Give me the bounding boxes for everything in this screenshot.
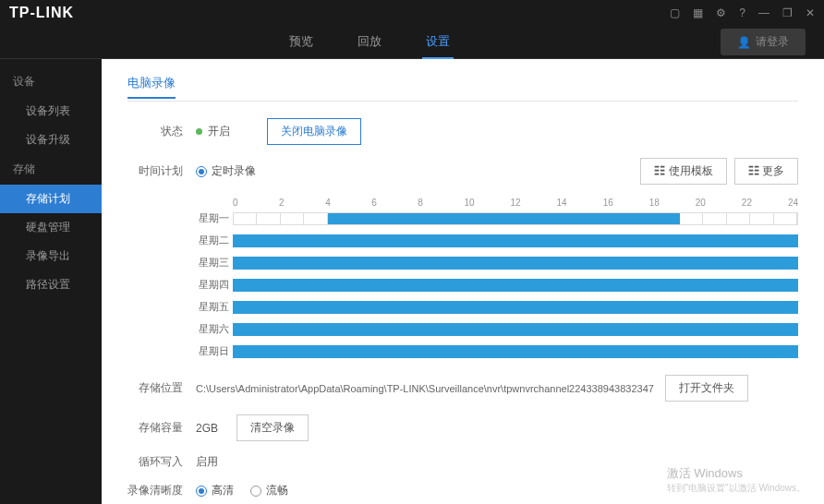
user-icon: 👤: [737, 36, 751, 49]
day-bar[interactable]: [233, 279, 798, 292]
storage-capacity-value: 2GB: [196, 422, 218, 435]
record-quality-label: 录像清晰度: [127, 483, 183, 498]
maximize-icon[interactable]: ❐: [782, 6, 793, 19]
time-tick: 10: [464, 198, 510, 208]
day-label: 星期日: [196, 344, 233, 358]
login-button[interactable]: 👤 请登录: [721, 29, 806, 55]
sidebar-item-device-upgrade[interactable]: 设备升级: [0, 126, 102, 154]
clear-recording-button[interactable]: 清空录像: [236, 414, 309, 441]
section-title: 电脑录像: [127, 75, 176, 99]
gear-icon[interactable]: ⚙: [716, 6, 726, 19]
storage-path-value: C:\Users\Administrator\AppData\Roaming\T…: [196, 383, 654, 394]
radio-dot-icon: [196, 486, 207, 497]
day-label: 星期六: [196, 322, 233, 336]
time-axis: 0 2 4 6 8 10 12 14 16 18 20 22 24: [196, 198, 798, 208]
day-row-sat[interactable]: 星期六: [196, 322, 798, 336]
day-label: 星期三: [196, 256, 233, 270]
sidebar-item-storage-plan[interactable]: 存储计划: [0, 185, 102, 213]
time-tick: 4: [325, 198, 371, 208]
more-button[interactable]: ☷ 更多: [734, 158, 798, 185]
tab-settings[interactable]: 设置: [422, 26, 454, 59]
status-value: 开启: [208, 124, 230, 139]
topnav: 预览 回放 设置 👤 请登录: [0, 26, 824, 59]
day-row-fri[interactable]: 星期五: [196, 300, 798, 314]
time-tick: 6: [371, 198, 418, 208]
loop-write-label: 循环写入: [127, 454, 183, 470]
tab-playback[interactable]: 回放: [354, 26, 385, 59]
sidebar-item-path-settings[interactable]: 路径设置: [0, 270, 102, 299]
tool-icon-1[interactable]: ▢: [670, 6, 680, 19]
time-plan-label: 时间计划: [127, 163, 183, 179]
time-tick: 0: [233, 198, 279, 208]
day-label: 星期五: [196, 300, 233, 314]
sidebar-item-device-list[interactable]: 设备列表: [0, 97, 102, 126]
day-label: 星期二: [196, 234, 233, 247]
time-tick: 18: [649, 198, 696, 208]
storage-capacity-label: 存储容量: [127, 420, 183, 436]
open-folder-button[interactable]: 打开文件夹: [665, 375, 748, 402]
radio-scheduled-label: 定时录像: [212, 163, 256, 179]
loop-write-value: 启用: [196, 454, 218, 470]
sidebar-group-storage: 存储: [0, 154, 102, 185]
close-recording-button[interactable]: 关闭电脑录像: [267, 118, 361, 145]
time-tick: 2: [279, 198, 325, 208]
sidebar-item-disk-management[interactable]: 硬盘管理: [0, 213, 102, 242]
time-tick: 20: [696, 198, 742, 208]
titlebar-actions: ▢ ▦ ⚙ ? — ❐ ✕: [670, 6, 815, 19]
day-row-mon[interactable]: 星期一: [196, 211, 798, 225]
day-bar[interactable]: [233, 345, 798, 358]
minimize-icon[interactable]: —: [758, 6, 769, 19]
radio-dot-icon: [196, 166, 207, 177]
day-bar[interactable]: [233, 301, 798, 314]
day-bar[interactable]: [233, 234, 798, 247]
day-bar[interactable]: [233, 323, 798, 336]
storage-location-label: 存储位置: [127, 380, 183, 396]
day-bar[interactable]: [233, 212, 798, 225]
day-row-thu[interactable]: 星期四: [196, 278, 798, 292]
status-label: 状态: [127, 124, 183, 139]
time-tick: 12: [510, 198, 556, 208]
sidebar-item-record-export[interactable]: 录像导出: [0, 242, 102, 270]
tab-preview[interactable]: 预览: [285, 26, 317, 59]
content-panel: 电脑录像 状态 开启 关闭电脑录像 时间计划 定时录像 ☷ 使用模板 ☷ 更多 …: [102, 59, 824, 504]
sidebar: 设备 设备列表 设备升级 存储 存储计划 硬盘管理 录像导出 路径设置: [0, 59, 102, 504]
day-label: 星期一: [196, 211, 233, 225]
status-dot-icon: [196, 128, 202, 135]
titlebar: TP-LINK ▢ ▦ ⚙ ? — ❐ ✕: [0, 0, 824, 26]
time-tick: 8: [418, 198, 464, 208]
help-icon[interactable]: ?: [739, 6, 745, 19]
time-tick: 24: [788, 198, 798, 208]
time-tick: 22: [742, 198, 788, 208]
radio-quality-hd[interactable]: 高清: [196, 483, 234, 498]
schedule-grid: 0 2 4 6 8 10 12 14 16 18 20 22 24 星期一: [196, 198, 798, 358]
logo: TP-LINK: [9, 5, 74, 21]
radio-dot-icon: [250, 486, 261, 497]
time-tick: 16: [603, 198, 649, 208]
tool-icon-2[interactable]: ▦: [693, 6, 703, 19]
quality-hd-label: 高清: [212, 483, 234, 498]
quality-smooth-label: 流畅: [266, 483, 288, 498]
use-template-button[interactable]: ☷ 使用模板: [640, 158, 726, 185]
login-label: 请登录: [756, 34, 789, 50]
day-bar[interactable]: [233, 257, 798, 270]
time-tick: 14: [557, 198, 603, 208]
day-label: 星期四: [196, 278, 233, 292]
sidebar-group-device: 设备: [0, 66, 102, 97]
day-row-tue[interactable]: 星期二: [196, 234, 798, 247]
day-row-wed[interactable]: 星期三: [196, 256, 798, 270]
section-divider: [127, 101, 798, 102]
day-row-sun[interactable]: 星期日: [196, 344, 798, 358]
radio-scheduled-recording[interactable]: 定时录像: [196, 163, 256, 179]
close-icon[interactable]: ✕: [806, 6, 815, 19]
radio-quality-smooth[interactable]: 流畅: [250, 483, 288, 498]
